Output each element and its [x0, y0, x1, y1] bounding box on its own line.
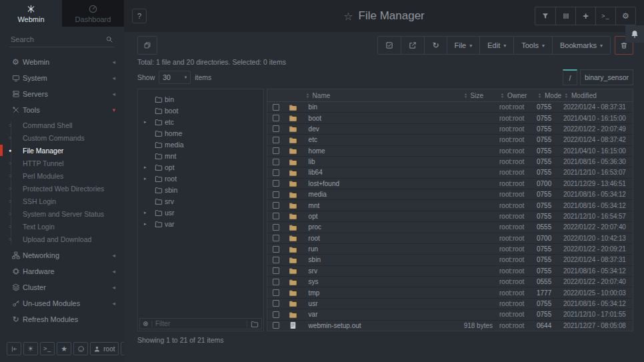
column-header-name[interactable]: Name — [305, 92, 433, 99]
sidebar-subitem-ssh-login[interactable]: ○SSH Login — [0, 195, 124, 207]
row-checkbox[interactable] — [273, 322, 279, 329]
help-button[interactable]: ? — [132, 9, 147, 23]
tree-item-home[interactable]: home — [138, 127, 263, 139]
theme-button[interactable]: ☀ — [23, 342, 38, 355]
file-name-cell[interactable]: boot — [305, 115, 433, 122]
refresh-button[interactable]: ↻ — [424, 37, 446, 54]
tab-webmin[interactable]: Webmin — [0, 0, 62, 27]
sidebar-item-servers[interactable]: Servers◂ — [0, 86, 124, 102]
table-row-run[interactable]: runroot:root07552022/01/22 - 20:09:21 — [267, 244, 633, 255]
sidebar-item-cluster[interactable]: Cluster◂ — [0, 279, 124, 295]
row-checkbox[interactable] — [273, 224, 279, 231]
table-row-sys[interactable]: sysroot:root05552022/01/22 - 20:07:40 — [267, 277, 633, 287]
tree-filter-input[interactable] — [155, 320, 243, 327]
row-checkbox[interactable] — [273, 300, 279, 307]
tree-item-srv[interactable]: srv — [138, 195, 263, 207]
collapse-sidebar-button[interactable] — [7, 342, 21, 355]
row-checkbox[interactable] — [273, 180, 279, 187]
sidebar-item-webmin[interactable]: ⚙Webmin◂ — [0, 54, 124, 70]
table-row-srv[interactable]: srvroot:root07552021/08/16 - 05:34:12 — [267, 266, 633, 277]
row-checkbox[interactable] — [273, 202, 279, 209]
table-row-home[interactable]: homeroot:root07552021/04/10 - 16:15:00 — [267, 146, 633, 157]
row-checkbox[interactable] — [273, 159, 279, 165]
favorites-button[interactable]: ★ — [57, 342, 71, 355]
table-row-tmp[interactable]: tmproot:root17772022/01/25 - 10:00:03 — [267, 287, 633, 298]
table-row-media[interactable]: mediaroot:root07552021/08/16 - 05:34:12 — [267, 189, 633, 200]
file-name-cell[interactable]: media — [305, 191, 433, 198]
sidebar-item-un-used-modules[interactable]: Un-used Modules◂ — [0, 295, 124, 311]
row-checkbox[interactable] — [273, 137, 279, 143]
table-row-usr[interactable]: usrroot:root07552021/08/16 - 05:34:12 — [267, 299, 633, 309]
file-name-cell[interactable]: var — [305, 311, 433, 318]
tab-dashboard[interactable]: Dashboard — [62, 0, 124, 27]
file-name-cell[interactable]: lib64 — [305, 169, 433, 176]
search-input[interactable] — [11, 35, 105, 43]
table-row-var[interactable]: varroot:root07552021/12/10 - 17:01:55 — [267, 309, 633, 320]
tree-item-var[interactable]: ▸var — [138, 218, 263, 229]
dropdown-file[interactable]: File▾ — [447, 37, 480, 54]
shell-button[interactable]: >_ — [595, 7, 615, 25]
table-row-webmin-setup.out[interactable]: webmin-setup.out918 bytesroot:root064420… — [267, 321, 633, 331]
dropdown-bookmarks[interactable]: Bookmarks▾ — [552, 37, 610, 54]
file-name-cell[interactable]: etc — [305, 136, 433, 143]
notifications-button[interactable] — [625, 25, 644, 43]
file-name-cell[interactable]: home — [305, 147, 433, 155]
table-row-bin[interactable]: binroot:root07552022/01/24 - 08:37:31 — [267, 102, 633, 113]
tree-item-media[interactable]: media — [138, 139, 263, 150]
row-checkbox[interactable] — [273, 235, 279, 241]
tree-item-etc[interactable]: ▸etc — [138, 116, 263, 127]
file-name-cell[interactable]: root — [305, 235, 433, 242]
folder-icon[interactable] — [251, 320, 259, 328]
sidebar-subitem-http-tunnel[interactable]: ○HTTP Tunnel — [0, 157, 124, 169]
row-checkbox[interactable] — [273, 257, 279, 263]
file-name-cell[interactable]: lost+found — [305, 180, 433, 187]
page-size-select[interactable]: 30 ▾ — [159, 71, 191, 84]
paste-buffer-button[interactable] — [137, 36, 157, 55]
table-row-mnt[interactable]: mntroot:root07552021/08/16 - 05:34:12 — [267, 200, 633, 211]
sidebar-subitem-file-manager[interactable]: ●File Manager — [0, 144, 124, 157]
row-checkbox[interactable] — [273, 115, 279, 121]
expand-arrow-icon[interactable]: ▸ — [144, 119, 152, 125]
file-name-cell[interactable]: srv — [305, 267, 433, 275]
palette-button[interactable] — [73, 342, 88, 355]
sidebar-subitem-upload-and-download[interactable]: ○Upload and Download — [0, 233, 124, 245]
sidebar-subitem-protected-web-directories[interactable]: ○Protected Web Directories — [0, 182, 124, 195]
user-button[interactable]: root — [90, 342, 118, 355]
file-name-cell[interactable]: dev — [305, 125, 433, 133]
column-header-size[interactable]: Size — [433, 92, 499, 99]
dropdown-edit[interactable]: Edit▾ — [479, 37, 513, 54]
row-checkbox[interactable] — [273, 246, 279, 253]
tree-item-boot[interactable]: boot — [138, 105, 263, 116]
file-name-cell[interactable]: run — [305, 245, 433, 253]
select-all-button[interactable] — [378, 37, 401, 54]
shell-button[interactable]: >_ — [40, 342, 55, 355]
file-name-cell[interactable]: opt — [305, 213, 433, 220]
row-checkbox[interactable] — [273, 191, 279, 198]
tree-item-usr[interactable]: ▸usr — [138, 207, 263, 218]
columns-button[interactable] — [555, 7, 575, 25]
file-name-cell[interactable]: sbin — [305, 256, 433, 263]
row-checkbox[interactable] — [273, 169, 279, 176]
filter-button[interactable] — [535, 7, 555, 25]
expand-arrow-icon[interactable]: ▸ — [144, 210, 152, 215]
table-row-proc[interactable]: procroot:root05552022/01/22 - 20:07:40 — [267, 222, 633, 233]
row-checkbox[interactable] — [273, 267, 279, 274]
root-path-button[interactable]: / — [563, 69, 577, 85]
sidebar-subitem-perl-modules[interactable]: ○Perl Modules — [0, 169, 124, 182]
sidebar-subitem-system-and-server-status[interactable]: ○System and Server Status — [0, 207, 124, 220]
row-checkbox[interactable] — [273, 279, 279, 285]
sidebar-item-tools[interactable]: Tools▾ — [0, 102, 124, 118]
row-checkbox[interactable] — [273, 125, 279, 132]
path-input[interactable] — [580, 69, 633, 85]
sidebar-subitem-command-shell[interactable]: ○Command Shell — [0, 119, 124, 131]
tree-item-mnt[interactable]: mnt — [138, 150, 263, 161]
file-name-cell[interactable]: sys — [305, 278, 433, 285]
sidebar-item-refresh-modules[interactable]: ↻Refresh Modules — [0, 311, 124, 327]
row-checkbox[interactable] — [273, 311, 279, 318]
expand-arrow-icon[interactable]: ▸ — [144, 176, 152, 181]
dropdown-tools[interactable]: Tools▾ — [513, 37, 552, 54]
table-row-lib[interactable]: libroot:root07552021/08/16 - 05:36:30 — [267, 157, 633, 167]
sidebar-item-networking[interactable]: Networking◂ — [0, 247, 124, 263]
export-button[interactable] — [401, 37, 424, 54]
tree-item-root[interactable]: ▸root — [138, 173, 263, 184]
